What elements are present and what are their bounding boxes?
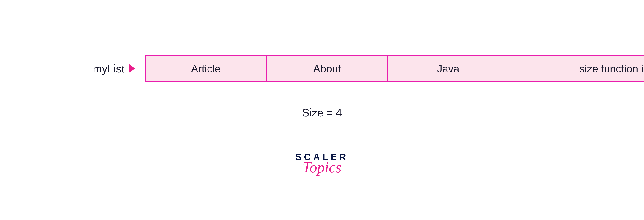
list-cell: About <box>267 56 388 81</box>
list-cell: Article <box>146 56 267 81</box>
list-table: Article About Java size function in java <box>145 55 644 82</box>
list-diagram: myList Article About Java size function … <box>93 55 644 82</box>
list-cell: size function in java <box>509 56 644 81</box>
scaler-logo: SCALER Topics <box>0 152 644 176</box>
list-cell: Java <box>388 56 509 81</box>
arrow-icon <box>129 64 135 73</box>
size-label: Size = 4 <box>0 106 644 119</box>
list-variable-label: myList <box>93 62 124 75</box>
logo-text-topics: Topics <box>302 159 342 176</box>
